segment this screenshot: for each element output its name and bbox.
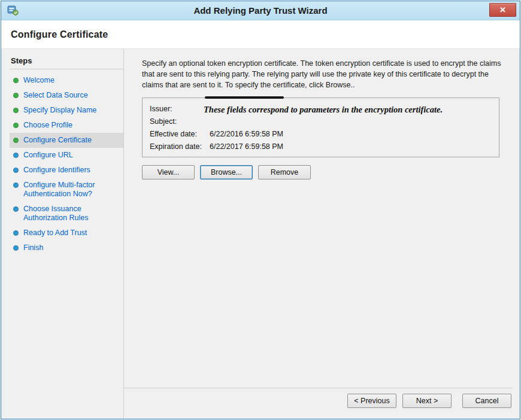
step-status-icon: [13, 245, 19, 251]
view-button[interactable]: View...: [142, 165, 195, 179]
step-status-icon: [13, 123, 19, 128]
sidebar-item-specify-display-name[interactable]: Specify Display Name: [10, 103, 123, 118]
step-label: Finish: [23, 244, 43, 252]
remove-button[interactable]: Remove: [258, 165, 311, 179]
step-status-icon: [13, 93, 19, 98]
app-icon: [7, 5, 19, 16]
expiration-date-value: 6/22/2017 6:59:58 PM: [210, 141, 283, 153]
certificate-actions: View... Browse... Remove: [142, 165, 504, 179]
expiration-date-row: Expiration date: 6/22/2017 6:59:58 PM: [150, 141, 493, 153]
previous-button[interactable]: < Previous: [347, 394, 396, 408]
issuer-label: Issuer:: [150, 103, 210, 115]
close-icon: ✕: [499, 6, 506, 14]
wizard-body: Steps WelcomeSelect Data SourceSpecify D…: [1, 49, 520, 418]
step-status-icon: [13, 206, 19, 212]
step-label: Configure Certificate: [23, 136, 92, 145]
sidebar-item-finish[interactable]: Finish: [10, 241, 123, 255]
steps-title: Steps: [10, 54, 123, 69]
steps-sidebar: Steps WelcomeSelect Data SourceSpecify D…: [1, 49, 123, 418]
window-title: Add Relying Party Trust Wizard: [37, 5, 484, 16]
sidebar-item-configure-url[interactable]: Configure URL: [10, 148, 123, 163]
step-label: Choose Issuance Authorization Rules: [23, 205, 113, 223]
next-button[interactable]: Next >: [402, 394, 452, 408]
effective-date-value: 6/22/2016 6:59:58 PM: [210, 128, 283, 141]
step-label: Configure Identifiers: [23, 166, 90, 175]
sidebar-item-welcome[interactable]: Welcome: [10, 73, 123, 88]
step-status-icon: [13, 138, 19, 143]
step-status-icon: [13, 108, 19, 113]
step-status-icon: [13, 153, 19, 158]
titlebar: Add Relying Party Trust Wizard ✕: [1, 1, 520, 20]
step-status-icon: [13, 230, 19, 236]
steps-list: WelcomeSelect Data SourceSpecify Display…: [10, 73, 123, 255]
main-panel: Specify an optional token encryption cer…: [124, 49, 520, 418]
redaction-mark: [205, 96, 284, 99]
sidebar-item-ready-to-add-trust[interactable]: Ready to Add Trust: [10, 226, 123, 241]
effective-date-row: Effective date: 6/22/2016 6:59:58 PM: [150, 128, 493, 141]
browse-button[interactable]: Browse...: [200, 165, 253, 179]
page-title: Configure Certificate: [11, 29, 108, 40]
sidebar-item-configure-identifiers[interactable]: Configure Identifiers: [10, 163, 123, 178]
step-label: Specify Display Name: [23, 106, 96, 115]
steps-divider: [10, 69, 123, 69]
annotation-text: These fields correspond to parameters in…: [204, 105, 494, 115]
subject-row: Subject:: [150, 115, 493, 128]
step-label: Welcome: [23, 76, 54, 85]
sidebar-item-select-data-source[interactable]: Select Data Source: [10, 88, 123, 103]
step-label: Choose Profile: [23, 121, 72, 130]
cancel-button[interactable]: Cancel: [462, 394, 511, 408]
step-label: Ready to Add Trust: [23, 229, 87, 238]
step-label: Select Data Source: [23, 91, 88, 100]
subject-label: Subject:: [150, 115, 210, 128]
sidebar-item-configure-multi-factor-authentication-now[interactable]: Configure Multi-factor Authentication No…: [10, 178, 123, 202]
main-content: Specify an optional token encryption cer…: [124, 49, 520, 388]
wizard-window: Add Relying Party Trust Wizard ✕ Configu…: [1, 1, 520, 419]
expiration-date-label: Expiration date:: [150, 141, 210, 153]
step-label: Configure URL: [23, 151, 73, 160]
sidebar-item-configure-certificate[interactable]: Configure Certificate: [10, 133, 123, 148]
step-status-icon: [13, 168, 19, 173]
sidebar-item-choose-profile[interactable]: Choose Profile: [10, 118, 123, 133]
sidebar-item-choose-issuance-authorization-rules[interactable]: Choose Issuance Authorization Rules: [10, 202, 123, 226]
certificate-box: Issuer: Subject: Effective date: 6/22/20…: [142, 98, 499, 157]
effective-date-label: Effective date:: [150, 128, 210, 141]
description-text: Specify an optional token encryption cer…: [142, 59, 504, 90]
close-button[interactable]: ✕: [489, 3, 516, 17]
step-status-icon: [13, 78, 19, 83]
page-header: Configure Certificate: [1, 20, 520, 49]
step-label: Configure Multi-factor Authentication No…: [23, 181, 113, 199]
step-status-icon: [13, 182, 19, 188]
footer-buttons: < Previous Next > Cancel: [124, 388, 520, 418]
